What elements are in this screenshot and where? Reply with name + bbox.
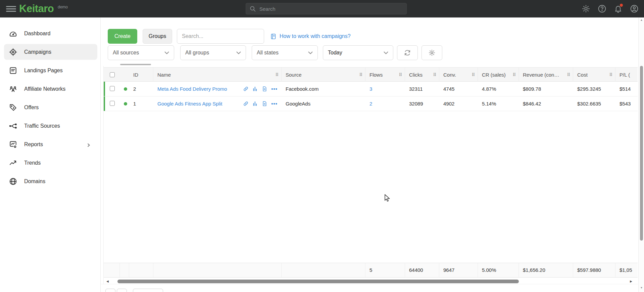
groups-button[interactable]: Groups bbox=[143, 29, 172, 44]
campaign-search-input[interactable] bbox=[177, 29, 264, 44]
col-header-flows[interactable]: Flows⠿ bbox=[365, 68, 405, 82]
main-content: Create Groups How to work with campaigns… bbox=[101, 17, 644, 292]
sources-filter-dropdown[interactable]: All sources bbox=[108, 45, 174, 60]
scroll-left-arrow[interactable]: ◄ bbox=[106, 279, 109, 284]
sidebar-item-campaigns[interactable]: Campaigns bbox=[0, 43, 101, 61]
sidebar-item-reports[interactable]: Reports bbox=[0, 135, 101, 154]
status-col-header bbox=[120, 68, 129, 82]
sidebar-item-domains[interactable]: Domains bbox=[0, 172, 101, 191]
dashboard-gauge-icon bbox=[9, 29, 17, 38]
clicks-cell: 32089 bbox=[405, 101, 439, 107]
more-actions-icon[interactable]: ••• bbox=[271, 86, 278, 92]
col-header-conv[interactable]: Conv.⠿ bbox=[439, 68, 478, 82]
create-button[interactable]: Create bbox=[108, 29, 137, 44]
notifications-bell-icon[interactable] bbox=[614, 4, 623, 13]
sidebar-item-affiliate-networks[interactable]: Affiliate Networks bbox=[0, 80, 101, 98]
copy-link-icon[interactable] bbox=[243, 86, 249, 92]
help-icon[interactable] bbox=[598, 4, 606, 13]
refresh-icon bbox=[404, 49, 411, 56]
name-cell: Google Ads Fitness App Split ••• bbox=[153, 101, 282, 107]
col-header-revenue[interactable]: Revenue (con…⠿ bbox=[519, 68, 573, 82]
sidebar-item-dashboard[interactable]: Dashboard bbox=[0, 24, 101, 43]
revenue-cell: $846.42 bbox=[519, 101, 573, 107]
col-header-source[interactable]: Source⠿ bbox=[282, 68, 365, 82]
row-checkbox[interactable] bbox=[110, 86, 115, 91]
pagination-button[interactable] bbox=[105, 289, 115, 292]
col-header-id[interactable]: ID bbox=[129, 68, 153, 82]
totals-empty bbox=[153, 263, 282, 277]
stats-chart-icon[interactable] bbox=[252, 101, 258, 107]
global-search-input[interactable] bbox=[259, 6, 403, 12]
cr-cell: 4.87% bbox=[478, 86, 519, 92]
col-header-clicks[interactable]: Clicks⠿ bbox=[405, 68, 439, 82]
col-label: Clicks bbox=[409, 72, 423, 78]
drag-handle-icon[interactable]: ⠿ bbox=[359, 72, 362, 77]
states-filter-dropdown[interactable]: All states bbox=[252, 45, 318, 60]
trends-arrow-icon bbox=[9, 159, 17, 167]
scroll-right-arrow[interactable]: ► bbox=[629, 279, 633, 284]
sidebar-item-landings-pages[interactable]: Landings Pages bbox=[0, 61, 101, 80]
drag-handle-icon[interactable]: ⠿ bbox=[433, 72, 436, 77]
table-top-scrollbar-thumb[interactable] bbox=[120, 64, 151, 65]
refresh-button[interactable] bbox=[397, 45, 418, 60]
sidebar-item-traffic-sources[interactable]: Traffic Sources bbox=[0, 117, 101, 135]
active-status-dot bbox=[124, 102, 127, 106]
notification-badge bbox=[620, 4, 623, 7]
page-size-dropdown[interactable] bbox=[133, 289, 163, 292]
totals-empty bbox=[282, 263, 365, 277]
totals-flows: 5 bbox=[365, 263, 405, 277]
sidebar-item-offers[interactable]: Offers bbox=[0, 98, 101, 117]
row-status-bar bbox=[104, 82, 105, 96]
campaign-name-link[interactable]: Google Ads Fitness App Split bbox=[157, 101, 222, 107]
col-header-cr[interactable]: CR (sales)⠿ bbox=[478, 68, 519, 82]
more-actions-icon[interactable]: ••• bbox=[271, 101, 278, 107]
table-row[interactable]: 1 Google Ads Fitness App Split ••• Googl… bbox=[104, 96, 638, 111]
sidebar-label: Dashboard bbox=[24, 31, 50, 37]
log-document-icon[interactable] bbox=[262, 101, 267, 107]
copy-link-icon[interactable] bbox=[243, 101, 249, 107]
groups-filter-dropdown[interactable]: All groups bbox=[180, 45, 246, 60]
help-link[interactable]: How to work with campaigns? bbox=[270, 29, 351, 44]
states-filter-value: All states bbox=[257, 50, 279, 56]
pagination-button[interactable] bbox=[117, 289, 127, 292]
drag-handle-icon[interactable]: ⠿ bbox=[567, 72, 570, 77]
scroll-up-arrow[interactable]: ▲ bbox=[639, 18, 644, 22]
flows-link[interactable]: 3 bbox=[369, 86, 372, 92]
stats-chart-icon[interactable] bbox=[252, 86, 258, 92]
flows-cell: 3 bbox=[365, 86, 405, 92]
hamburger-menu-icon[interactable] bbox=[6, 5, 16, 13]
log-document-icon[interactable] bbox=[262, 86, 267, 92]
campaign-name-link[interactable]: Meta Ads Food Delivery Promo bbox=[157, 86, 227, 92]
drag-handle-icon[interactable]: ⠿ bbox=[512, 72, 516, 77]
chevron-down-icon bbox=[384, 50, 388, 56]
drag-handle-icon[interactable]: ⠿ bbox=[609, 72, 612, 77]
table-settings-button[interactable] bbox=[422, 45, 442, 60]
col-header-name[interactable]: Name⠿ bbox=[153, 68, 282, 82]
conv-cell: 4902 bbox=[439, 101, 478, 107]
horizontal-scrollbar-thumb[interactable] bbox=[117, 280, 519, 283]
col-label: Name bbox=[157, 72, 171, 78]
col-header-pl[interactable]: P/L ( bbox=[615, 68, 638, 82]
col-header-cost[interactable]: Cost⠿ bbox=[573, 68, 615, 82]
account-icon[interactable] bbox=[630, 4, 639, 13]
table-row[interactable]: 2 Meta Ads Food Delivery Promo ••• Faceb… bbox=[104, 82, 638, 96]
drag-handle-icon[interactable]: ⠿ bbox=[275, 72, 279, 77]
sidebar-label: Offers bbox=[24, 105, 39, 111]
col-label: Flows bbox=[369, 72, 383, 78]
scroll-down-arrow[interactable]: ▼ bbox=[639, 286, 644, 289]
settings-gear-icon[interactable] bbox=[582, 4, 590, 13]
cost-cell: $295.3245 bbox=[573, 86, 615, 92]
drag-handle-icon[interactable]: ⠿ bbox=[472, 72, 475, 77]
totals-revenue: $1,656.20 bbox=[519, 263, 573, 277]
row-checkbox[interactable] bbox=[110, 101, 115, 106]
sidebar-item-trends[interactable]: Trends bbox=[0, 154, 101, 172]
date-range-dropdown[interactable]: Today bbox=[323, 45, 393, 60]
global-search[interactable] bbox=[246, 3, 407, 14]
flows-link[interactable]: 2 bbox=[369, 101, 372, 107]
drag-handle-icon[interactable]: ⠿ bbox=[399, 72, 402, 77]
cr-cell: 5.14% bbox=[478, 101, 519, 107]
select-all-checkbox[interactable] bbox=[110, 72, 115, 77]
vertical-scrollbar-thumb[interactable] bbox=[640, 66, 643, 241]
offers-price-tag-icon bbox=[9, 103, 17, 112]
topbar: Keitaro demo bbox=[0, 0, 644, 17]
